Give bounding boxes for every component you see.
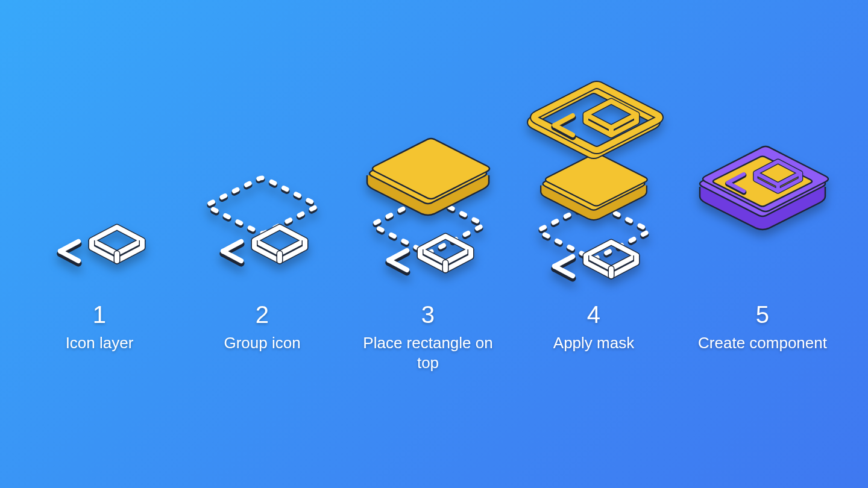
step-number: 5: [686, 301, 839, 328]
step-1-illustration: [18, 72, 181, 295]
diagram-stage: 1 Icon layer 2 Group icon: [0, 0, 868, 488]
step-4-illustration: [512, 72, 675, 295]
step-title: Create component: [686, 333, 839, 353]
step-2-illustration: [181, 72, 344, 295]
step-3-illustration: [347, 72, 509, 295]
step-number: 1: [23, 301, 176, 328]
step-2: 2 Group icon: [181, 0, 344, 488]
step-number: 4: [517, 301, 670, 328]
code-cube-icon: [55, 226, 143, 268]
step-title: Icon layer: [23, 333, 176, 353]
code-cube-icon: [550, 241, 638, 283]
step-1: 1 Icon layer: [18, 0, 181, 488]
code-cube-icon: [384, 235, 472, 277]
step-title: Apply mask: [517, 333, 670, 353]
step-title: Place rectangle on top: [351, 333, 505, 374]
step-number: 3: [351, 301, 505, 328]
code-cube-icon: [218, 226, 306, 268]
step-5-illustration: [681, 72, 844, 295]
masked-code-cube-icon: [550, 100, 638, 142]
step-5: 5 Create component: [681, 0, 844, 488]
rectangle-slab-icon: [359, 136, 497, 217]
step-4: 4 Apply mask: [512, 0, 675, 488]
step-3: 3 Place rectangle on top: [347, 0, 509, 488]
step-title: Group icon: [186, 333, 339, 353]
step-number: 2: [186, 301, 339, 328]
component-code-cube-icon: [723, 160, 802, 198]
